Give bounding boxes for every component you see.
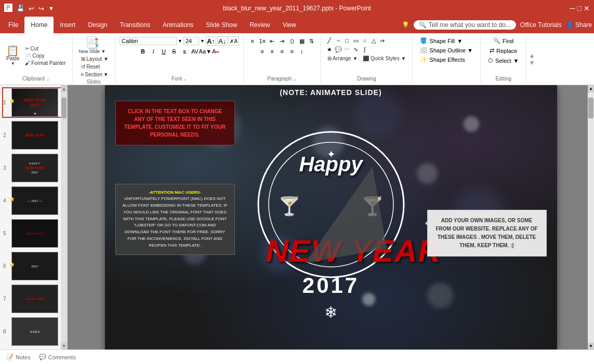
callout-shape[interactable]: 💬 [334,45,342,53]
close-btn[interactable]: ✕ [584,4,590,12]
red-callout-box[interactable]: CLICK IN THE TEXT BOX TO CHANGE ANY OF T… [115,101,235,145]
shadow-button[interactable]: s [180,47,189,56]
reset-button[interactable]: ↺ Reset [79,63,111,70]
slide-thumb-5[interactable]: 5 NEW YEAR [2,218,65,249]
redo-btn[interactable]: ↪ [38,5,44,12]
panel-scroll-down[interactable]: ▼ [61,342,67,349]
quick-styles-btn[interactable]: ⬛ Quick Styles ▼ [361,55,408,62]
slide-thumb-3[interactable]: 3 HAPPY NEW YEAR 2017 [2,153,65,183]
menu-review[interactable]: Review [243,17,276,33]
scroll-up-btn[interactable]: ▲ [588,85,594,92]
rounded-rect-shape[interactable]: ▭ [352,36,360,45]
bullets-btn[interactable]: ≡ [248,36,257,46]
arrow-shape[interactable]: → [334,36,342,45]
justify-btn[interactable]: ≡ [287,47,297,56]
font-size-input[interactable] [183,37,199,45]
italic-button[interactable]: I [149,47,158,56]
replace-button[interactable]: ⇄ Replace [486,46,520,55]
notes-bar: 📝 Notes 💬 Comments [0,349,594,364]
section-button[interactable]: ≡ Section ▼ [79,71,111,78]
menu-design[interactable]: Design [82,17,113,33]
menu-view[interactable]: View [276,17,302,33]
ribbon-scroll-btn[interactable]: ▲▼ [526,35,537,83]
shape-effects-button[interactable]: ✨ Shape Effects [417,55,468,64]
restore-btn[interactable]: □ [577,4,582,12]
notes-button[interactable]: 📝 Notes [6,354,31,360]
line-shape[interactable]: ╱ [325,36,334,45]
strikethrough-button[interactable]: S [169,47,179,56]
find-button[interactable]: 🔍 Find [490,36,517,45]
menu-animations[interactable]: Animations [156,17,200,33]
slide-thumb-2[interactable]: 2 NEW YEAR [2,120,65,151]
slide-thumb-8[interactable]: 8 SLIDE 8 [2,316,65,347]
share-btn[interactable]: 👤 Share [566,21,592,29]
mac-callout-box[interactable]: -ATTENTION MAC USERS- UNFORTUNATELY POWE… [115,184,235,255]
text-direction-btn[interactable]: ⇅ [307,36,316,46]
panel-scroll-thumb[interactable] [61,98,67,118]
cut-button[interactable]: ✂ Cut [23,45,68,52]
font-name-arrow[interactable]: ▼ [178,38,182,44]
shape-fill-button[interactable]: 🪣 Shape Fill ▼ [417,36,466,45]
comments-button[interactable]: 💬 Comments [39,354,76,360]
layout-button[interactable]: ⊞ Layout ▼ [79,56,111,62]
menu-slideshow[interactable]: Slide Show [200,17,243,33]
arrange-btn[interactable]: ⊞ Arrange ▼ [325,55,360,62]
scroll-thumb[interactable] [588,98,593,118]
format-painter-button[interactable]: 🖌 Format Painter [23,60,68,66]
increase-indent-btn[interactable]: ⇥ [278,36,287,46]
menu-home[interactable]: Home [24,17,54,33]
office-tutorials[interactable]: Office Tutorials [520,21,562,29]
columns-btn[interactable]: ▦ [297,36,307,46]
save-btn[interactable]: 💾 [17,5,24,12]
font-name-input[interactable] [120,37,177,45]
copy-button[interactable]: 📄 Copy [23,52,68,59]
underline-button[interactable]: U [159,47,168,56]
rect-shape[interactable]: □ [343,36,351,45]
font-size-arrow[interactable]: ▼ [200,38,205,44]
change-case-btn[interactable]: Aa▼ [201,47,210,56]
font-color-btn[interactable]: A▬ [211,47,220,56]
customize-btn[interactable]: ▼ [48,5,54,11]
align-right-btn[interactable]: ≡ [278,47,287,56]
oval-shape[interactable]: ○ [361,36,369,45]
scroll-down-btn[interactable]: ▼ [588,343,594,350]
align-left-btn[interactable]: ≡ [258,47,267,56]
bold-button[interactable]: B [138,47,148,56]
slide-thumb-7[interactable]: 7 HAPPY NEW [2,284,65,314]
slide-thumb-6[interactable]: 6 2017 ⭐ [2,251,65,281]
tell-me-input[interactable]: 🔍 Tell me what you want to do... [414,20,516,30]
shape-outline-button[interactable]: ⬜ Shape Outline ▼ [417,46,476,55]
select-button[interactable]: ⬡ Select ▼ [485,56,522,65]
decrease-indent-btn[interactable]: ⇤ [268,36,277,46]
curve-shape[interactable]: ∿ [352,45,360,53]
paste-label: Paste [6,56,20,61]
image-callout-box[interactable]: ADD YOUR OWN IMAGES, OR SOME FROM OUR WE… [427,210,547,257]
char-spacing-btn[interactable]: AV [190,47,200,56]
undo-btn[interactable]: ↩ [29,5,34,12]
decrease-font-btn[interactable]: A↓ [217,36,228,46]
menu-transitions[interactable]: Transitions [114,17,156,33]
panel-scroll-up[interactable]: ▲ [61,85,67,92]
right-arrow-shape[interactable]: ⇒ [378,36,387,45]
paste-icon: 📋 [6,45,19,56]
paste-button[interactable]: 📋 Paste ▼ [4,44,22,67]
slide-thumb-9[interactable]: 9 SLIDE 9 [2,349,65,349]
more-shapes[interactable]: ⋯ [343,45,351,53]
menu-insert[interactable]: Insert [54,17,82,33]
increase-font-btn[interactable]: A↑ [206,36,216,46]
slide-star-1: ⭐ [9,99,15,103]
star-shape[interactable]: ★ [325,45,334,53]
slide-canvas[interactable]: (NOTE: ANIMATED SLIDE) CLICK IN THE TEXT… [105,85,557,349]
minimize-btn[interactable]: ─ [570,4,575,12]
menu-file[interactable]: File [2,17,24,33]
line-spacing-btn[interactable]: ↕ [297,47,307,56]
triangle-shape[interactable]: △ [369,36,378,45]
slide-thumb-4[interactable]: 4 — 2017 — ⭐ [2,185,65,216]
new-slide-button[interactable]: 📑 New Slide ▼ [77,36,108,55]
slide-thumb-1[interactable]: 1 NEW YEAR2017 ❄ ⭐ [2,87,65,118]
smartart-btn[interactable]: ⟨⟩ [287,36,297,46]
numbering-btn[interactable]: 1≡ [258,36,267,46]
freeform-shape[interactable]: ∫ [361,45,369,53]
clear-format-btn[interactable]: ✗A [229,36,239,46]
align-center-btn[interactable]: ≡ [268,47,277,56]
